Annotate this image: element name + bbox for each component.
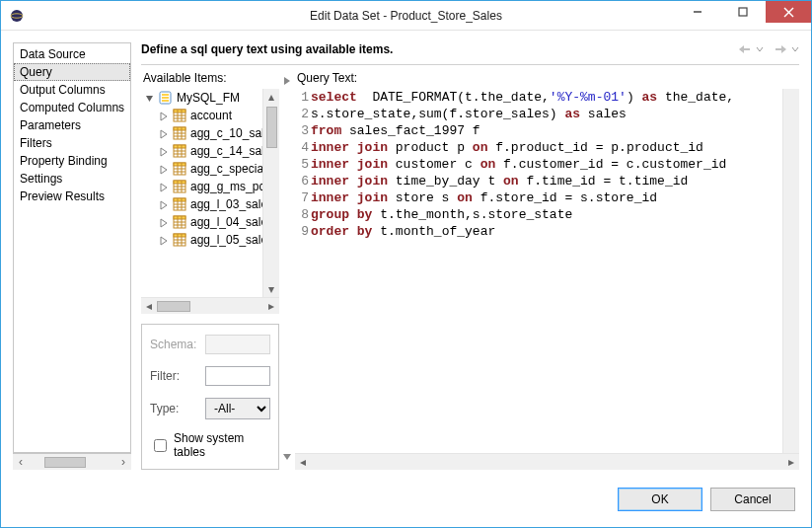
nav-item-query[interactable]: Query <box>14 63 130 81</box>
tree-item[interactable]: agg_c_10_sales_fact_1997 <box>141 124 262 142</box>
move-down-button[interactable] <box>281 451 293 466</box>
twisty-closed-icon[interactable] <box>159 111 169 120</box>
svg-rect-7 <box>775 48 781 50</box>
nav-item-data-source[interactable]: Data Source <box>14 45 130 63</box>
ok-button[interactable]: OK <box>618 488 702 511</box>
svg-point-0 <box>11 10 23 22</box>
tree-item-label: agg_c_14_sales_fact_1997 <box>190 144 262 158</box>
scroll-thumb[interactable] <box>44 457 86 468</box>
svg-rect-13 <box>174 110 185 113</box>
available-column: Available Items: MySQL_FMaccountagg_c_10… <box>141 71 279 470</box>
close-button[interactable] <box>766 1 811 23</box>
maximize-button[interactable] <box>720 1 766 23</box>
nav-column: Data SourceQueryOutput ColumnsComputed C… <box>13 42 131 470</box>
tree-root[interactable]: MySQL_FM <box>141 89 262 107</box>
client-area: Data SourceQueryOutput ColumnsComputed C… <box>1 31 811 527</box>
table-icon <box>172 161 187 177</box>
tree-item[interactable]: account <box>141 107 262 124</box>
twisty-closed-icon[interactable] <box>159 128 169 138</box>
scroll-left-icon[interactable]: ◂ <box>295 454 311 470</box>
table-icon <box>172 108 187 123</box>
tree-item[interactable]: agg_c_special_sales_fact_1997 <box>141 160 262 178</box>
filter-input[interactable] <box>205 366 270 386</box>
twisty-closed-icon[interactable] <box>159 235 169 245</box>
svg-rect-25 <box>174 145 185 148</box>
scroll-up-icon[interactable]: ▴ <box>264 89 279 105</box>
show-system-checkbox[interactable] <box>154 439 167 452</box>
scroll-thumb[interactable] <box>157 301 190 312</box>
cancel-button[interactable]: Cancel <box>710 488 795 511</box>
schema-input <box>205 335 270 354</box>
dialog-buttons: OK Cancel <box>13 470 799 515</box>
query-editor[interactable]: 1select DATE_FORMAT(t.the_date,'%Y-%m-01… <box>295 89 782 453</box>
svg-rect-19 <box>174 127 185 130</box>
twisty-closed-icon[interactable] <box>159 217 169 227</box>
datasource-icon <box>158 90 174 106</box>
nav-item-parameters[interactable]: Parameters <box>14 116 130 134</box>
svg-rect-43 <box>174 198 185 201</box>
table-icon <box>172 143 187 159</box>
back-button[interactable] <box>738 43 764 55</box>
scroll-down-icon[interactable]: ▾ <box>264 281 279 297</box>
title-bar: Edit Data Set - Product_Store_Sales <box>1 1 811 31</box>
tree-item-label: agg_g_ms_pcat_sales_fact_1997 <box>190 180 262 193</box>
nav-item-settings[interactable]: Settings <box>14 170 130 188</box>
page-heading: Define a sql query text using available … <box>141 42 738 56</box>
nav-item-filters[interactable]: Filters <box>14 134 130 152</box>
svg-rect-3 <box>739 8 747 16</box>
scroll-right-icon[interactable]: ▸ <box>783 454 799 470</box>
nav-panel: Data SourceQueryOutput ColumnsComputed C… <box>13 42 131 453</box>
nav-item-computed-columns[interactable]: Computed Columns <box>14 99 130 116</box>
schema-row: Schema: <box>150 335 270 354</box>
twisty-closed-icon[interactable] <box>159 146 169 156</box>
twisty-closed-icon[interactable] <box>159 199 169 209</box>
nav-list: Data SourceQueryOutput ColumnsComputed C… <box>14 45 130 205</box>
svg-rect-6 <box>744 48 750 50</box>
scroll-right-icon[interactable]: › <box>115 455 131 470</box>
svg-rect-10 <box>162 97 169 99</box>
tree-h-scrollbar[interactable]: ◂ ▸ <box>141 297 279 314</box>
available-label: Available Items: <box>141 71 279 89</box>
filter-row: Filter: <box>150 366 270 386</box>
type-label: Type: <box>150 402 199 415</box>
tree-item[interactable]: agg_c_14_sales_fact_1997 <box>141 142 262 160</box>
scroll-right-icon[interactable]: ▸ <box>263 299 279 314</box>
minimize-button[interactable] <box>675 1 720 23</box>
tree-item[interactable]: agg_g_ms_pcat_sales_fact_1997 <box>141 178 262 195</box>
nav-item-output-columns[interactable]: Output Columns <box>14 81 130 99</box>
type-row: Type: -All- <box>150 398 270 419</box>
twisty-open-icon[interactable] <box>145 93 155 103</box>
tree-item[interactable]: agg_l_05_sales_fact_1997 <box>141 231 262 249</box>
tree-item-label: agg_l_05_sales_fact_1997 <box>190 233 262 247</box>
svg-rect-37 <box>174 181 185 184</box>
scroll-thumb[interactable] <box>266 107 277 148</box>
svg-rect-11 <box>162 100 169 102</box>
nav-item-preview-results[interactable]: Preview Results <box>14 188 130 205</box>
available-tree[interactable]: MySQL_FMaccountagg_c_10_sales_fact_1997a… <box>141 89 262 297</box>
filter-label: Filter: <box>150 369 199 383</box>
nav-item-property-binding[interactable]: Property Binding <box>14 152 130 170</box>
window-buttons <box>675 1 811 23</box>
tree-v-scrollbar[interactable]: ▴ ▾ <box>262 89 279 297</box>
tree-item-label: agg_l_03_sales_fact_1997 <box>190 197 262 211</box>
nav-h-scrollbar[interactable]: ‹ › <box>13 453 131 470</box>
right-panel: Define a sql query text using available … <box>141 42 799 470</box>
table-icon <box>172 196 187 212</box>
tree-root-label: MySQL_FM <box>177 91 240 105</box>
scroll-left-icon[interactable]: ‹ <box>13 455 29 470</box>
eclipse-icon <box>9 8 25 24</box>
tree-item[interactable]: agg_l_03_sales_fact_1997 <box>141 195 262 213</box>
type-select[interactable]: -All- <box>205 398 270 419</box>
query-v-scrollbar[interactable] <box>782 89 799 453</box>
scroll-left-icon[interactable]: ◂ <box>141 299 157 314</box>
move-right-button[interactable] <box>281 75 293 90</box>
forward-button[interactable] <box>774 43 799 55</box>
tree-item-label: agg_c_10_sales_fact_1997 <box>190 126 262 140</box>
table-icon <box>172 232 187 248</box>
tree-item[interactable]: agg_l_04_sales_fact_1997 <box>141 213 262 231</box>
query-column: Query Text: 1select DATE_FORMAT(t.the_da… <box>295 71 799 470</box>
twisty-closed-icon[interactable] <box>159 164 169 174</box>
tree-item-label: agg_l_04_sales_fact_1997 <box>190 215 262 229</box>
query-h-scrollbar[interactable]: ◂ ▸ <box>295 453 799 470</box>
twisty-closed-icon[interactable] <box>159 182 169 191</box>
